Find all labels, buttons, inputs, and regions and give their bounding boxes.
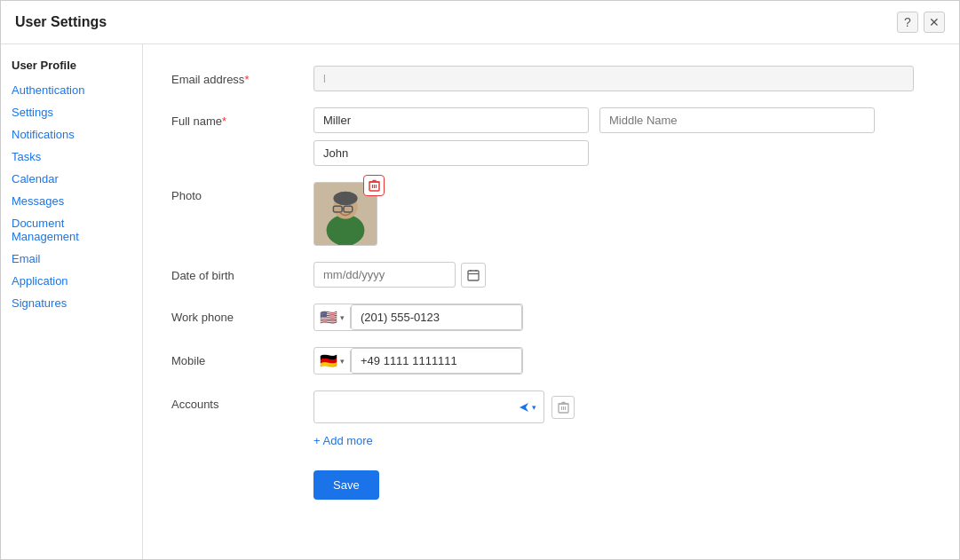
save-row: Save xyxy=(171,463,931,500)
mobile-input[interactable] xyxy=(351,348,522,374)
mobile-country-select[interactable]: 🇩🇪 ▾ xyxy=(314,351,351,372)
email-input[interactable] xyxy=(313,66,914,91)
dob-input[interactable] xyxy=(313,262,456,288)
workphone-label: Work phone xyxy=(171,304,313,324)
calendar-button[interactable] xyxy=(461,263,486,288)
accounts-fields: ▾ xyxy=(313,390,931,447)
add-more-link[interactable]: + Add more xyxy=(313,434,931,447)
middlename-input[interactable] xyxy=(599,107,875,133)
user-settings-window: User Settings ? ✕ User Profile Authentic… xyxy=(0,0,960,560)
fullname-row: Full name* xyxy=(171,107,931,166)
accounts-send-button[interactable]: ▾ xyxy=(518,401,536,414)
accounts-row: Accounts ▾ xyxy=(171,390,931,447)
save-spacer xyxy=(171,463,313,470)
accounts-input-row: ▾ xyxy=(313,390,931,423)
fullname-top-row xyxy=(313,107,931,133)
sidebar-item-settings[interactable]: Settings xyxy=(8,101,135,123)
photo-fields xyxy=(313,182,931,246)
sidebar-item-messages[interactable]: Messages xyxy=(8,190,135,212)
accounts-delete-button[interactable] xyxy=(551,396,575,419)
firstname-input[interactable] xyxy=(313,140,589,166)
accounts-label: Accounts xyxy=(171,390,313,411)
email-label: Email address* xyxy=(171,66,313,86)
fullname-bottom-row xyxy=(313,140,931,166)
photo-container xyxy=(313,182,377,246)
main-content: Email address* Full name* xyxy=(143,44,959,559)
help-button[interactable]: ? xyxy=(897,12,918,33)
sidebar-item-signatures[interactable]: Signatures xyxy=(8,292,135,314)
sidebar-item-tasks[interactable]: Tasks xyxy=(8,146,135,168)
accounts-input[interactable] xyxy=(321,395,518,419)
dob-row: Date of birth xyxy=(171,262,931,288)
mobile-row: Mobile 🇩🇪 ▾ xyxy=(171,347,931,375)
lastname-input[interactable] xyxy=(313,107,589,133)
workphone-country-select[interactable]: 🇺🇸 ▾ xyxy=(314,307,351,328)
sidebar-heading: User Profile xyxy=(8,59,135,72)
fullname-fields xyxy=(313,107,931,166)
dob-input-row xyxy=(313,262,931,288)
photo-label: Photo xyxy=(171,182,313,202)
sidebar-item-notifications[interactable]: Notifications xyxy=(8,123,135,146)
workphone-row: Work phone 🇺🇸 ▾ xyxy=(171,304,931,331)
sidebar-item-calendar[interactable]: Calendar xyxy=(8,168,135,190)
email-fields xyxy=(313,66,931,91)
workphone-chevron-icon: ▾ xyxy=(340,313,345,322)
fullname-label: Full name* xyxy=(171,107,313,128)
mobile-chevron-icon: ▾ xyxy=(340,357,345,366)
sidebar-item-email[interactable]: Email xyxy=(8,248,135,270)
workphone-fields: 🇺🇸 ▾ xyxy=(313,304,931,331)
accounts-input-wrap: ▾ xyxy=(313,390,544,423)
dob-label: Date of birth xyxy=(171,262,313,282)
titlebar-icons: ? ✕ xyxy=(897,12,945,33)
mobile-label: Mobile xyxy=(171,347,313,367)
delete-photo-button[interactable] xyxy=(363,175,385,196)
mobile-input-row: 🇩🇪 ▾ xyxy=(313,347,523,375)
sidebar-item-document-management[interactable]: Document Management xyxy=(8,212,135,248)
email-row: Email address* xyxy=(171,66,931,91)
dob-fields xyxy=(313,262,931,288)
svg-rect-13 xyxy=(468,271,479,280)
window-title: User Settings xyxy=(15,14,107,30)
workphone-input-row: 🇺🇸 ▾ xyxy=(313,304,523,331)
save-button-container: Save xyxy=(313,463,379,500)
content-area: User Profile Authentication Settings Not… xyxy=(1,44,959,559)
sidebar: User Profile Authentication Settings Not… xyxy=(1,44,143,559)
workphone-input[interactable] xyxy=(351,304,522,330)
save-button[interactable]: Save xyxy=(313,470,379,500)
photo-row: Photo xyxy=(171,182,931,246)
titlebar: User Settings ? ✕ xyxy=(1,1,959,44)
mobile-fields: 🇩🇪 ▾ xyxy=(313,347,931,375)
sidebar-item-authentication[interactable]: Authentication xyxy=(8,79,135,101)
accounts-send-chevron-icon: ▾ xyxy=(532,403,536,412)
svg-point-1 xyxy=(327,215,365,245)
close-button[interactable]: ✕ xyxy=(924,12,945,33)
sidebar-item-application[interactable]: Application xyxy=(8,270,135,292)
svg-point-3 xyxy=(333,192,357,206)
